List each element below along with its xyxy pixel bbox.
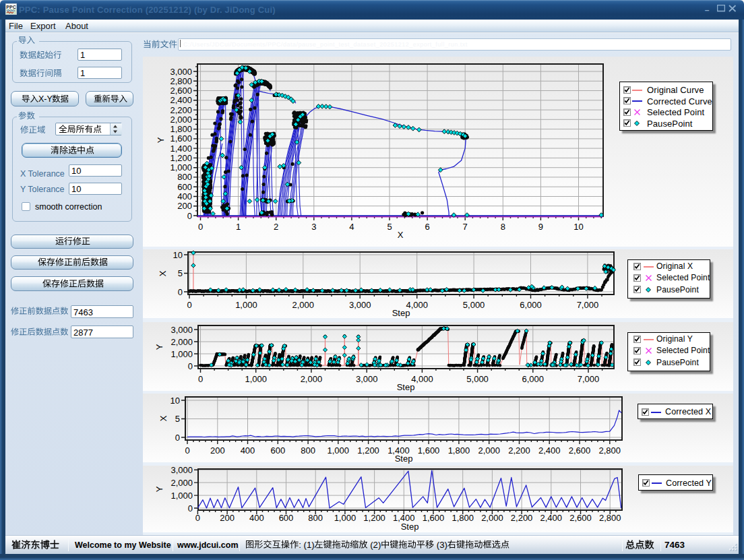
svg-text:600: 600 — [270, 445, 285, 456]
svg-text:0: 0 — [188, 361, 193, 371]
svg-text:1,400: 1,400 — [170, 144, 192, 154]
svg-text:2,000: 2,000 — [170, 478, 193, 488]
svg-text:1,000: 1,000 — [170, 349, 193, 359]
svg-text:5,000: 5,000 — [466, 374, 489, 384]
svg-text:Step: Step — [395, 454, 413, 464]
svg-text:6,000: 6,000 — [522, 374, 545, 384]
svg-text:4: 4 — [349, 222, 354, 232]
svg-text:2,000: 2,000 — [170, 115, 192, 125]
svg-text:3: 3 — [311, 222, 316, 232]
svg-text:2,400: 2,400 — [170, 95, 192, 105]
svg-text:2,600: 2,600 — [569, 445, 591, 456]
svg-text:3,000: 3,000 — [356, 374, 378, 384]
svg-text:X: X — [398, 230, 404, 240]
svg-text:1,800: 1,800 — [452, 513, 474, 523]
svg-text:2,000: 2,000 — [170, 337, 193, 347]
svg-text:1,000: 1,000 — [170, 491, 193, 501]
svg-text:2,400: 2,400 — [540, 513, 563, 523]
svg-text:1,000: 1,000 — [334, 513, 356, 523]
svg-text:X: X — [158, 270, 168, 276]
svg-text:9: 9 — [538, 222, 543, 232]
svg-text:2,600: 2,600 — [170, 86, 192, 96]
svg-text:Step: Step — [397, 382, 415, 392]
svg-text:200: 200 — [220, 513, 235, 523]
svg-text:400: 400 — [241, 445, 255, 456]
svg-text:10: 10 — [574, 222, 583, 232]
svg-text:X: X — [158, 415, 168, 421]
svg-text:6: 6 — [425, 222, 429, 232]
svg-text:0: 0 — [187, 300, 191, 310]
svg-text:1,000: 1,000 — [235, 300, 257, 310]
svg-text:Step: Step — [392, 308, 410, 318]
svg-text:600: 600 — [279, 513, 294, 523]
svg-text:1,200: 1,200 — [170, 153, 192, 163]
svg-text:2: 2 — [274, 222, 278, 232]
svg-text:(2): (2) — [368, 540, 381, 550]
svg-text:Y: Y — [154, 486, 164, 492]
svg-text:2,200: 2,200 — [170, 105, 192, 115]
svg-text:800: 800 — [177, 172, 192, 182]
svg-text:2,000: 2,000 — [478, 445, 500, 456]
svg-text:1,600: 1,600 — [170, 133, 192, 144]
svg-text:2,600: 2,600 — [569, 513, 592, 523]
svg-text:8: 8 — [501, 222, 505, 232]
svg-text:1,600: 1,600 — [423, 513, 445, 523]
svg-text:1,000: 1,000 — [328, 445, 350, 456]
svg-text:: (1): : (1) — [299, 540, 314, 550]
svg-text:1: 1 — [236, 222, 241, 232]
svg-text:2,000: 2,000 — [301, 374, 323, 384]
svg-text:(3): (3) — [434, 540, 447, 550]
svg-text:0: 0 — [198, 374, 203, 384]
svg-text:1,600: 1,600 — [418, 445, 440, 456]
svg-text:1,800: 1,800 — [448, 445, 470, 456]
svg-text:5: 5 — [175, 414, 180, 424]
svg-text:2,200: 2,200 — [508, 445, 530, 456]
svg-text:0: 0 — [188, 503, 193, 514]
svg-text:2,400: 2,400 — [538, 445, 561, 456]
svg-text:0: 0 — [185, 445, 189, 456]
svg-text:400: 400 — [249, 513, 264, 523]
svg-text:3,000: 3,000 — [349, 300, 371, 310]
svg-text:5: 5 — [178, 268, 183, 278]
svg-text:6,000: 6,000 — [520, 300, 542, 310]
svg-text:200: 200 — [210, 445, 225, 456]
svg-text:1,800: 1,800 — [170, 124, 192, 134]
svg-text:0: 0 — [195, 513, 200, 523]
svg-text:3,000: 3,000 — [170, 465, 193, 475]
svg-text:3,000: 3,000 — [170, 325, 193, 335]
svg-text:Y: Y — [154, 344, 164, 350]
svg-text:3,000: 3,000 — [170, 67, 192, 77]
svg-text:0: 0 — [187, 211, 192, 221]
svg-text:800: 800 — [308, 513, 323, 523]
svg-text:PPC: PPC — [6, 5, 16, 9]
svg-text:1,000: 1,000 — [245, 374, 267, 384]
svg-text:Y: Y — [156, 137, 166, 143]
svg-text:2,200: 2,200 — [511, 513, 533, 523]
svg-text:2,800: 2,800 — [599, 513, 621, 523]
svg-text:2,800: 2,800 — [599, 445, 621, 456]
svg-text:7,000: 7,000 — [578, 374, 600, 384]
svg-text:7,000: 7,000 — [577, 300, 599, 310]
svg-text:600: 600 — [177, 182, 192, 192]
svg-text:2,000: 2,000 — [481, 513, 503, 523]
svg-text:2,800: 2,800 — [170, 76, 192, 86]
svg-text:10: 10 — [170, 396, 180, 406]
svg-text:0: 0 — [198, 222, 203, 232]
svg-text:0: 0 — [178, 287, 183, 297]
svg-text:1,200: 1,200 — [363, 513, 385, 523]
svg-text:2,000: 2,000 — [292, 300, 315, 310]
svg-text:200: 200 — [177, 201, 192, 211]
svg-text:1,000: 1,000 — [170, 162, 192, 173]
svg-text:5: 5 — [387, 222, 392, 232]
svg-text:400: 400 — [177, 191, 192, 201]
svg-text:7: 7 — [463, 222, 468, 232]
svg-text:1,200: 1,200 — [357, 445, 379, 456]
svg-text:0: 0 — [175, 433, 180, 443]
svg-text:Step: Step — [401, 522, 419, 532]
svg-text:800: 800 — [301, 445, 315, 456]
svg-text:10: 10 — [173, 250, 183, 260]
svg-text:5,000: 5,000 — [463, 300, 485, 310]
